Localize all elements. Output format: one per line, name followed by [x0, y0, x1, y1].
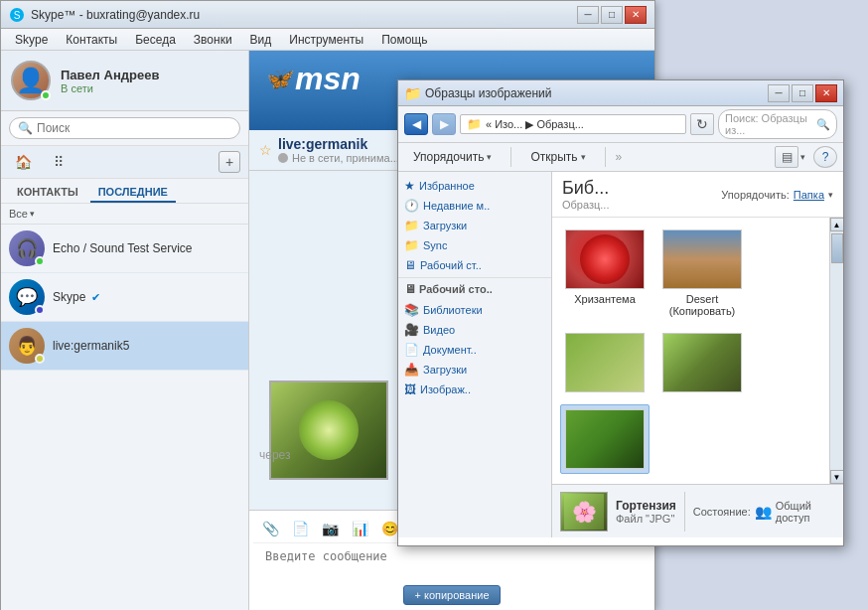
menu-help[interactable]: Помощь [373, 31, 435, 49]
tree-label-downloads: Загрузки [423, 220, 467, 231]
organize-button[interactable]: Упорядочить ▾ [404, 146, 501, 168]
file-item-chrysanthemum[interactable]: Хризантема [560, 226, 650, 321]
menu-tools[interactable]: Инструменты [281, 31, 371, 49]
explorer-address-bar: ◀ ▶ 📁 « Изо... ▶ Образц... ↻ Поиск: Обра… [398, 106, 843, 143]
tree-libraries[interactable]: 📚 Библиотеки [398, 300, 551, 320]
explorer-maximize-button[interactable]: □ [792, 84, 813, 102]
tree-favorites[interactable]: ★ Избранное [398, 176, 551, 196]
tree-label-libraries: Библиотеки [423, 304, 483, 316]
open-dropdown-icon: ▾ [581, 152, 586, 162]
chat-contact-name: live:germanik [278, 136, 399, 152]
echo-status-dot [35, 256, 45, 266]
file-label-desert: Desert(Копировать) [669, 293, 736, 317]
favorites-icon: ★ [404, 179, 415, 193]
sync-icon: 📁 [404, 238, 419, 252]
explorer-search-box[interactable]: Поиск: Образцы из... 🔍 [718, 109, 837, 139]
tree-label-videos: Видео [423, 324, 455, 336]
contacts-button[interactable]: 📊 [347, 517, 372, 540]
desktop2-icon: 🖥 [404, 282, 416, 296]
documents-icon: 📄 [404, 343, 419, 357]
tree-documents[interactable]: 📄 Документ.. [398, 340, 551, 360]
avatar-container: 👤 [11, 61, 51, 100]
refresh-button[interactable]: ↻ [690, 113, 714, 135]
home-icon-button[interactable]: 🏠 [9, 150, 37, 174]
contact-item-live[interactable]: 👨 live:germanik5 [1, 322, 248, 371]
open-button[interactable]: Открыть ▾ [521, 146, 594, 168]
tree-section-desktop2: 🖥 Рабочий сто.. [398, 277, 551, 300]
tree-label-images: Изображ.. [420, 383, 471, 395]
tree-label-desktop: Рабочий ст.. [420, 259, 482, 271]
attachment-button[interactable]: 📎 [257, 517, 283, 540]
menu-contacts[interactable]: Контакты [58, 31, 125, 49]
libraries-icon: 📚 [404, 303, 419, 317]
explorer-close-button[interactable]: ✕ [815, 84, 837, 102]
tree-recent[interactable]: 🕐 Недавние м.. [398, 196, 551, 216]
close-button[interactable]: ✕ [625, 6, 647, 24]
contact-list: 🎧 Echo / Sound Test Service 💬 [1, 225, 248, 610]
grid-icon-button[interactable]: ⠿ [45, 150, 72, 174]
library-header: Биб... Образц... Упорядочить: Папка ▾ [552, 172, 843, 218]
search-input[interactable] [37, 121, 231, 135]
skype-status-dot [35, 305, 45, 315]
svg-text:S: S [14, 10, 21, 21]
video-button[interactable]: 📷 [317, 517, 343, 540]
search-icon: 🔍 [18, 121, 33, 135]
explorer-search-text: Поиск: Образцы из... [725, 112, 814, 136]
user-name: Павел Андреев [61, 68, 159, 82]
tree-downloads[interactable]: 📁 Загрузки [398, 216, 551, 235]
scroll-thumb[interactable] [831, 233, 843, 263]
copy-button[interactable]: + копирование [403, 585, 500, 605]
menu-conversation[interactable]: Беседа [127, 31, 184, 49]
scroll-up-button[interactable]: ▲ [830, 218, 844, 231]
share-icon: 👥 [755, 504, 772, 520]
tree-desktop[interactable]: 🖥 Рабочий ст.. [398, 255, 551, 275]
view-toggle-button[interactable]: ▤ [775, 146, 798, 168]
menu-view[interactable]: Вид [242, 31, 280, 49]
tree-videos[interactable]: 🎥 Видео [398, 320, 551, 340]
tree-sync[interactable]: 📁 Sync [398, 235, 551, 255]
toolbar-separator-2 [605, 147, 606, 167]
contact-name-skype: Skype ✔ [53, 290, 100, 304]
chat-through-text: через [259, 448, 291, 462]
explorer-files: Биб... Образц... Упорядочить: Папка ▾ [552, 172, 843, 537]
file-item-hydrangea2[interactable] [560, 404, 650, 474]
scroll-down-button[interactable]: ▼ [830, 470, 844, 484]
filter-button[interactable]: Все ▾ [9, 208, 35, 220]
tree-downloads2[interactable]: 📥 Загрузки [398, 360, 551, 380]
forward-button[interactable]: ▶ [432, 113, 456, 135]
folder-icon: 📁 [404, 85, 421, 101]
minimize-button[interactable]: ─ [577, 6, 599, 24]
file-item-desert[interactable]: Desert(Копировать) [657, 226, 747, 321]
file-item-hydrangea[interactable] [657, 329, 747, 396]
filter-row: Все ▾ [1, 204, 248, 225]
address-input[interactable]: 📁 « Изо... ▶ Образц... [460, 114, 686, 134]
nav-icons: 🏠 ⠿ + [1, 146, 248, 179]
status-circle-icon [278, 153, 288, 163]
tree-images[interactable]: 🖼 Изображ.. [398, 380, 551, 399]
tab-contacts[interactable]: КОНТАКТЫ [9, 183, 86, 203]
back-button[interactable]: ◀ [404, 113, 428, 135]
explorer-sidebar: ★ Избранное 🕐 Недавние м.. 📁 Загрузки 📁 … [398, 172, 552, 537]
contact-item-skype[interactable]: 💬 Skype ✔ [1, 273, 248, 322]
help-button[interactable]: ? [813, 146, 837, 168]
status-indicator [41, 90, 51, 100]
maximize-button[interactable]: □ [601, 6, 623, 24]
explorer-scrollbar[interactable]: ▲ ▼ [829, 218, 843, 484]
explorer-minimize-button[interactable]: ─ [768, 84, 790, 102]
desktop-icon: 🖥 [404, 258, 416, 272]
verified-icon: ✔ [91, 291, 100, 303]
tree-label-downloads2: Загрузки [423, 364, 467, 376]
add-button[interactable]: + [218, 151, 240, 173]
tab-recent[interactable]: ПОСЛЕДНИЕ [90, 183, 176, 203]
menu-calls[interactable]: Звонки [186, 31, 240, 49]
contact-item-echo[interactable]: 🎧 Echo / Sound Test Service [1, 225, 248, 273]
document-button[interactable]: 📄 [287, 517, 313, 540]
tree-label-sync: Sync [423, 239, 447, 251]
thumbnail-chrysanthemum [565, 229, 645, 289]
thumbnail-partial [565, 333, 645, 392]
file-item-partial[interactable] [560, 329, 650, 396]
window-title: Skype™ - buxrating@yandex.ru [31, 8, 577, 22]
menu-skype[interactable]: Skype [7, 31, 56, 49]
message-input[interactable] [257, 545, 647, 581]
sort-value-button[interactable]: Папка [794, 189, 824, 201]
